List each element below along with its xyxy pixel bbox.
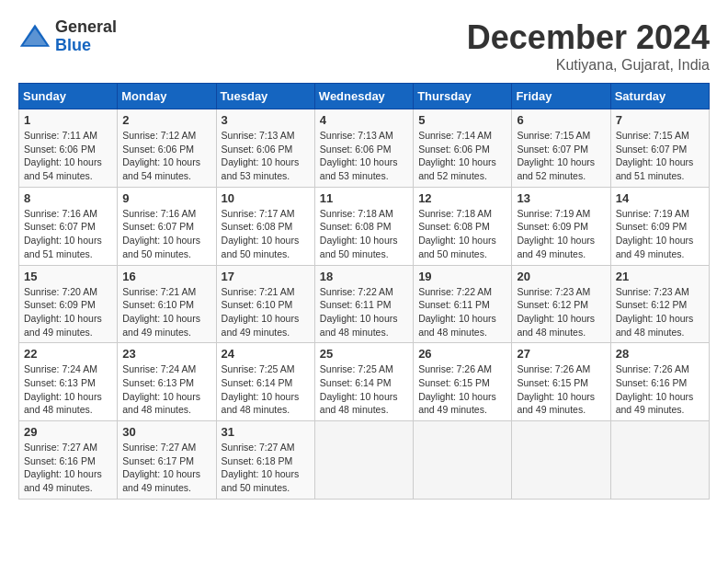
day-header-sunday: Sunday (19, 84, 118, 109)
day-number: 3 (222, 113, 310, 127)
day-info: Sunrise: 7:15 AM Sunset: 6:07 PM Dayligh… (616, 129, 704, 183)
month-title: December 2024 (467, 18, 710, 57)
calendar-week-row: 22Sunrise: 7:24 AM Sunset: 6:13 PM Dayli… (19, 343, 710, 421)
day-number: 23 (122, 347, 210, 361)
day-number: 8 (24, 191, 112, 205)
day-info: Sunrise: 7:11 AM Sunset: 6:06 PM Dayligh… (24, 129, 112, 183)
day-number: 1 (24, 113, 112, 127)
day-number: 15 (24, 270, 112, 283)
day-info: Sunrise: 7:21 AM Sunset: 6:10 PM Dayligh… (222, 285, 310, 339)
day-number: 31 (222, 425, 310, 439)
day-info: Sunrise: 7:22 AM Sunset: 6:11 PM Dayligh… (320, 285, 408, 339)
day-info: Sunrise: 7:26 AM Sunset: 6:15 PM Dayligh… (517, 362, 605, 417)
calendar-week-row: 15Sunrise: 7:20 AM Sunset: 6:09 PM Dayli… (19, 265, 710, 343)
calendar-cell: 10Sunrise: 7:17 AM Sunset: 6:08 PM Dayli… (216, 187, 314, 265)
day-number: 5 (418, 113, 506, 127)
day-number: 21 (616, 270, 704, 283)
day-number: 17 (222, 270, 310, 283)
day-info: Sunrise: 7:24 AM Sunset: 6:13 PM Dayligh… (24, 362, 112, 417)
day-number: 24 (222, 347, 310, 361)
calendar-cell: 16Sunrise: 7:21 AM Sunset: 6:10 PM Dayli… (118, 265, 216, 343)
calendar-cell: 18Sunrise: 7:22 AM Sunset: 6:11 PM Dayli… (314, 265, 413, 343)
calendar-week-row: 29Sunrise: 7:27 AM Sunset: 6:16 PM Dayli… (19, 421, 710, 500)
calendar-cell: 1Sunrise: 7:11 AM Sunset: 6:06 PM Daylig… (19, 109, 118, 188)
day-number: 4 (320, 113, 408, 127)
logo-general: General (55, 17, 117, 36)
day-info: Sunrise: 7:18 AM Sunset: 6:08 PM Dayligh… (320, 207, 408, 261)
day-header-monday: Monday (118, 84, 216, 109)
day-info: Sunrise: 7:18 AM Sunset: 6:08 PM Dayligh… (418, 207, 506, 261)
day-number: 19 (418, 270, 506, 283)
day-info: Sunrise: 7:12 AM Sunset: 6:06 PM Dayligh… (122, 129, 210, 183)
day-info: Sunrise: 7:25 AM Sunset: 6:14 PM Dayligh… (320, 362, 408, 417)
calendar-cell: 22Sunrise: 7:24 AM Sunset: 6:13 PM Dayli… (19, 343, 118, 421)
location: Kutiyana, Gujarat, India (467, 57, 710, 74)
page-header: General Blue December 2024 Kutiyana, Guj… (18, 18, 710, 74)
logo-blue: Blue (55, 36, 91, 54)
day-info: Sunrise: 7:13 AM Sunset: 6:06 PM Dayligh… (222, 129, 310, 183)
calendar-cell: 19Sunrise: 7:22 AM Sunset: 6:11 PM Dayli… (414, 265, 512, 343)
day-header-saturday: Saturday (610, 84, 709, 109)
day-number: 26 (418, 347, 506, 361)
day-number: 20 (517, 270, 605, 283)
day-info: Sunrise: 7:13 AM Sunset: 6:06 PM Dayligh… (320, 129, 408, 183)
calendar-cell: 11Sunrise: 7:18 AM Sunset: 6:08 PM Dayli… (314, 187, 413, 265)
day-number: 30 (122, 425, 210, 439)
calendar-cell: 8Sunrise: 7:16 AM Sunset: 6:07 PM Daylig… (19, 187, 118, 265)
calendar-cell: 17Sunrise: 7:21 AM Sunset: 6:10 PM Dayli… (216, 265, 314, 343)
day-info: Sunrise: 7:23 AM Sunset: 6:12 PM Dayligh… (616, 285, 704, 339)
day-number: 10 (222, 191, 310, 205)
day-number: 25 (320, 347, 408, 361)
calendar-cell: 21Sunrise: 7:23 AM Sunset: 6:12 PM Dayli… (610, 265, 709, 343)
calendar-cell: 24Sunrise: 7:25 AM Sunset: 6:14 PM Dayli… (216, 343, 314, 421)
logo-icon (18, 20, 51, 53)
day-header-tuesday: Tuesday (216, 84, 314, 109)
calendar-cell: 23Sunrise: 7:24 AM Sunset: 6:13 PM Dayli… (118, 343, 216, 421)
day-info: Sunrise: 7:19 AM Sunset: 6:09 PM Dayligh… (517, 207, 605, 261)
day-number: 11 (320, 191, 408, 205)
day-info: Sunrise: 7:17 AM Sunset: 6:08 PM Dayligh… (222, 207, 310, 261)
day-number: 16 (122, 270, 210, 283)
calendar-cell: 4Sunrise: 7:13 AM Sunset: 6:06 PM Daylig… (314, 109, 413, 188)
calendar-cell: 7Sunrise: 7:15 AM Sunset: 6:07 PM Daylig… (610, 109, 709, 188)
day-number: 28 (616, 347, 704, 361)
day-info: Sunrise: 7:14 AM Sunset: 6:06 PM Dayligh… (418, 129, 506, 183)
calendar-cell: 6Sunrise: 7:15 AM Sunset: 6:07 PM Daylig… (512, 109, 610, 188)
day-number: 27 (517, 347, 605, 361)
day-info: Sunrise: 7:27 AM Sunset: 6:18 PM Dayligh… (222, 441, 310, 495)
calendar-cell: 27Sunrise: 7:26 AM Sunset: 6:15 PM Dayli… (512, 343, 610, 421)
day-number: 9 (122, 191, 210, 205)
calendar-cell (314, 421, 413, 500)
day-info: Sunrise: 7:19 AM Sunset: 6:09 PM Dayligh… (616, 207, 704, 261)
day-info: Sunrise: 7:26 AM Sunset: 6:15 PM Dayligh… (418, 362, 506, 417)
calendar-cell: 30Sunrise: 7:27 AM Sunset: 6:17 PM Dayli… (118, 421, 216, 500)
calendar-cell: 29Sunrise: 7:27 AM Sunset: 6:16 PM Dayli… (19, 421, 118, 500)
day-info: Sunrise: 7:22 AM Sunset: 6:11 PM Dayligh… (418, 285, 506, 339)
day-number: 2 (122, 113, 210, 127)
calendar-table: SundayMondayTuesdayWednesdayThursdayFrid… (18, 83, 710, 500)
day-number: 14 (616, 191, 704, 205)
calendar-cell: 3Sunrise: 7:13 AM Sunset: 6:06 PM Daylig… (216, 109, 314, 188)
day-number: 13 (517, 191, 605, 205)
day-number: 12 (418, 191, 506, 205)
title-block: December 2024 Kutiyana, Gujarat, India (467, 18, 710, 74)
logo: General Blue (18, 18, 117, 55)
calendar-cell: 2Sunrise: 7:12 AM Sunset: 6:06 PM Daylig… (118, 109, 216, 188)
calendar-cell: 15Sunrise: 7:20 AM Sunset: 6:09 PM Dayli… (19, 265, 118, 343)
day-info: Sunrise: 7:24 AM Sunset: 6:13 PM Dayligh… (122, 362, 210, 417)
calendar-cell: 31Sunrise: 7:27 AM Sunset: 6:18 PM Dayli… (216, 421, 314, 500)
day-info: Sunrise: 7:15 AM Sunset: 6:07 PM Dayligh… (517, 129, 605, 183)
day-number: 7 (616, 113, 704, 127)
day-info: Sunrise: 7:27 AM Sunset: 6:17 PM Dayligh… (122, 441, 210, 495)
calendar-header-row: SundayMondayTuesdayWednesdayThursdayFrid… (19, 84, 710, 109)
calendar-cell: 9Sunrise: 7:16 AM Sunset: 6:07 PM Daylig… (118, 187, 216, 265)
day-number: 6 (517, 113, 605, 127)
calendar-week-row: 8Sunrise: 7:16 AM Sunset: 6:07 PM Daylig… (19, 187, 710, 265)
calendar-cell: 25Sunrise: 7:25 AM Sunset: 6:14 PM Dayli… (314, 343, 413, 421)
calendar-cell: 13Sunrise: 7:19 AM Sunset: 6:09 PM Dayli… (512, 187, 610, 265)
calendar-cell: 20Sunrise: 7:23 AM Sunset: 6:12 PM Dayli… (512, 265, 610, 343)
day-info: Sunrise: 7:23 AM Sunset: 6:12 PM Dayligh… (517, 285, 605, 339)
calendar-cell (512, 421, 610, 500)
day-info: Sunrise: 7:26 AM Sunset: 6:16 PM Dayligh… (616, 362, 704, 417)
calendar-cell: 5Sunrise: 7:14 AM Sunset: 6:06 PM Daylig… (414, 109, 512, 188)
